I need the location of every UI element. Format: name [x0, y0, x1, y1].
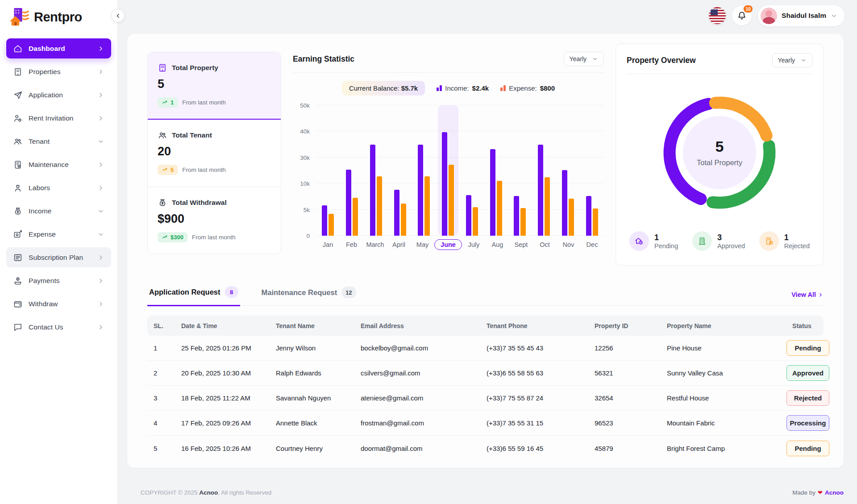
- sidebar-item-labors[interactable]: Labors: [6, 178, 111, 198]
- cell-property-id: 56321: [595, 369, 667, 377]
- sidebar-item-application[interactable]: Application: [6, 85, 111, 105]
- cell-property-name: Bright Forest Camp: [667, 445, 786, 452]
- sidebar-item-label: Expense: [29, 230, 92, 238]
- expense-bar: [593, 208, 598, 236]
- sidebar-item-expense[interactable]: Expense: [6, 224, 111, 244]
- stat-value: 5: [158, 77, 271, 91]
- bar-group-may: [412, 105, 436, 236]
- cell-tenant-name: Savannah Nguyen: [276, 394, 361, 402]
- sidebar-item-withdraw[interactable]: Withdraw: [6, 294, 111, 314]
- income-bars-icon: [437, 85, 442, 91]
- expense-bar: [497, 181, 502, 236]
- column-header-tenant-name: Tenant Name: [276, 322, 361, 329]
- y-tick-label: 10k: [300, 180, 310, 187]
- chevron-right-icon: [97, 184, 104, 192]
- building-minus-icon: [759, 231, 779, 251]
- cell-property-id: 32654: [595, 394, 667, 402]
- bar-group-nov: [556, 105, 580, 236]
- cell-phone: (+33)7 35 55 31 15: [487, 419, 595, 427]
- sidebar-item-label: Rent Invitation: [29, 114, 92, 122]
- copyright-text: COPYRIGHT © 2025 Acnoo, All rights Reser…: [141, 489, 271, 496]
- x-tick-feb: Feb: [340, 241, 363, 248]
- user-menu[interactable]: Shaidul Isalm: [758, 5, 845, 26]
- stat-total-withdrawal: Total Withdrawal$900$300From last month: [148, 187, 281, 254]
- stat-value: $900: [158, 212, 271, 226]
- rentpro-logo-icon: [9, 7, 29, 27]
- sidebar-item-tenant[interactable]: Tenant: [6, 131, 111, 151]
- sidebar-item-income[interactable]: Income: [6, 201, 111, 221]
- sidebar-collapse-button[interactable]: [111, 9, 125, 22]
- tab-maintenance-request[interactable]: Maintenance Request 12: [260, 285, 358, 305]
- expense-bar: [424, 176, 430, 236]
- cell-sl: 3: [154, 394, 181, 402]
- cell-phone: (+33)7 75 55 87 24: [487, 394, 595, 402]
- sidebar-item-label: Dashboard: [29, 45, 92, 53]
- sidebar-item-rent-invitation[interactable]: Rent Invitation: [6, 108, 111, 128]
- cell-tenant-name: Courtney Henry: [276, 445, 361, 452]
- view-all-link[interactable]: View All: [791, 291, 824, 305]
- sidebar-item-maintenance[interactable]: Maintenance: [6, 154, 111, 175]
- property-overview-period-select[interactable]: Yearly: [772, 53, 812, 67]
- user-gear-icon: [13, 113, 23, 123]
- y-tick-label: 30k: [300, 154, 310, 161]
- column-header-date-time: Date & Time: [181, 322, 276, 329]
- bar-group-dec: [580, 105, 604, 236]
- stat-change-badge: $300: [158, 232, 187, 242]
- tab-application-request[interactable]: Application Request 8: [147, 284, 240, 306]
- legend-expense: Expense:$800: [500, 84, 555, 92]
- sidebar-item-contact-us[interactable]: Contact Us: [6, 317, 111, 337]
- chevron-right-icon: [97, 115, 104, 122]
- expense-bar: [329, 214, 334, 236]
- cell-sl: 2: [154, 369, 181, 377]
- income-bar: [418, 145, 423, 236]
- sidebar-item-subscription-plan[interactable]: Subscription Plan: [6, 247, 111, 267]
- chart-y-axis: 05k10k30k40k50k: [293, 105, 316, 236]
- brand-logo: Rentpro: [0, 0, 117, 33]
- sidebar-item-properties[interactable]: Properties: [6, 62, 111, 82]
- status-badge: Processing: [786, 415, 829, 431]
- po-legend-label: Rejected: [784, 242, 810, 250]
- x-tick-sept: Sept: [509, 241, 533, 248]
- sidebar-item-dashboard[interactable]: Dashboard: [6, 38, 111, 58]
- column-header-tenant-phone: Tenant Phone: [487, 322, 595, 329]
- cell-email: doormat@gmail.com: [361, 445, 487, 452]
- cell-datetime: 25 Feb, 2025 01:26 PM: [181, 344, 276, 352]
- income-bar: [538, 145, 543, 236]
- cell-email: bockelboy@gmail.com: [361, 344, 487, 352]
- cell-property-name: Mountain Fabric: [667, 419, 786, 427]
- earning-statistic-panel: Earning Statistic Yearly Current Balance…: [293, 52, 604, 266]
- requests-tabs: Application Request 8 Maintenance Reques…: [147, 284, 824, 306]
- chevron-right-icon: [97, 300, 104, 308]
- file-gear-icon: [13, 160, 23, 170]
- bar-group-jan: [316, 105, 340, 236]
- earning-period-select[interactable]: Yearly: [564, 52, 604, 66]
- y-tick-label: 50k: [300, 102, 310, 109]
- x-tick-nov: Nov: [557, 241, 580, 248]
- cell-property-id: 96523: [595, 419, 667, 427]
- cell-datetime: 17 Feb, 2025 09:26 AM: [181, 419, 276, 427]
- column-header-status: Status: [786, 322, 817, 329]
- po-legend-rejected: 1Rejected: [759, 231, 810, 251]
- notifications-button[interactable]: 10: [732, 6, 752, 25]
- language-flag-button[interactable]: [709, 7, 726, 24]
- users-icon: [13, 137, 23, 146]
- earning-legend: Current Balance: $5.7k Income:$2.4k Expe…: [293, 81, 604, 96]
- building-icon: [158, 63, 167, 73]
- cell-email: csilvers@gmail.com: [361, 369, 487, 377]
- cell-phone: (+33)7 35 55 45 43: [487, 344, 595, 352]
- cell-tenant-name: Jenny Wilson: [276, 344, 361, 352]
- sidebar-item-label: Labors: [29, 184, 92, 192]
- x-tick-march: March: [363, 241, 387, 248]
- dashboard-content: Total Property51From last monthTotal Ten…: [127, 34, 844, 468]
- notification-count-badge: 10: [743, 4, 753, 13]
- made-by-text: Made by ❤ Acnoo: [792, 489, 844, 496]
- avatar: [761, 8, 777, 24]
- expense-bar: [401, 204, 406, 236]
- chevron-down-icon: [831, 12, 837, 19]
- po-legend-pending: 1Pending: [629, 231, 678, 251]
- table-row: 318 Feb, 2025 11:22 AMSavannah Nguyenate…: [147, 386, 824, 411]
- trend-up-icon: [162, 167, 168, 173]
- summary-stats-card: Total Property51From last monthTotal Ten…: [147, 52, 281, 254]
- sidebar-item-payments[interactable]: Payments: [6, 271, 111, 291]
- send-icon: [13, 90, 23, 100]
